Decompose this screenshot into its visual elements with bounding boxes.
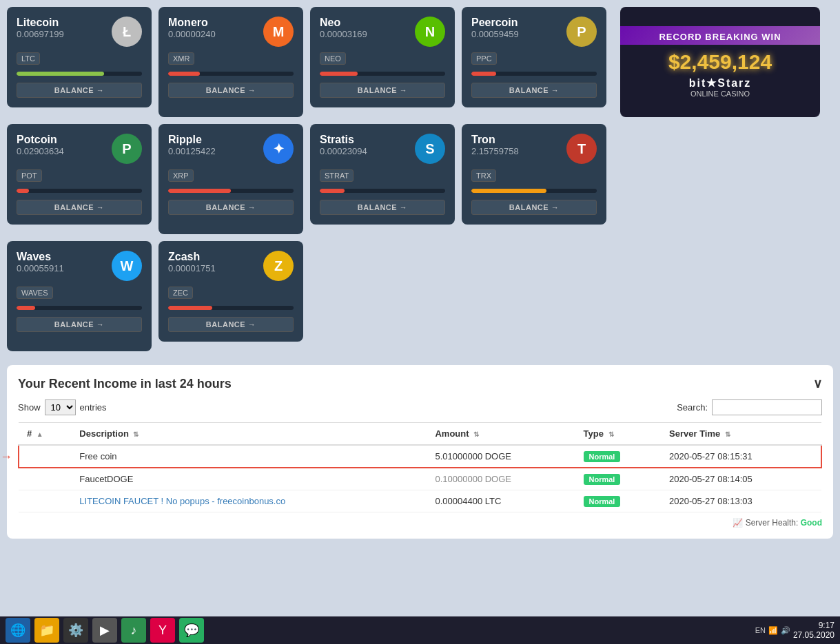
coin-header: Stratis 0.00023094 S (320, 134, 445, 164)
coin-header: Neo 0.00003169 N (320, 17, 445, 47)
ad-brand: bit★Starz (689, 76, 752, 90)
col-server-time[interactable]: Server Time ⇅ (661, 423, 821, 446)
row-time: 2020-05-27 08:13:03 (661, 490, 821, 512)
strat-icon: S (415, 134, 445, 164)
coin-amount: 2.15759758 (471, 146, 519, 156)
table-row: LITECOIN FAUCET ! No popups - freecoinbo… (19, 490, 821, 512)
neo-balance-button[interactable]: BALANCE → (320, 83, 445, 98)
coin-header: Tron 2.15759758 T (471, 134, 597, 164)
strat-balance-button[interactable]: BALANCE → (320, 200, 445, 215)
zcash-card: Zcash 0.00001751 Z ZEC BALANCE → (158, 241, 303, 342)
trx-balance-button[interactable]: BALANCE → (471, 200, 597, 215)
col-amount[interactable]: Amount ⇅ (427, 423, 575, 446)
server-health-status: Good (801, 518, 822, 528)
waves-icon: W (112, 251, 142, 281)
taskbar-volume-icon: 🔊 (781, 626, 790, 635)
ppc-balance-button[interactable]: BALANCE → (471, 83, 597, 98)
entries-label: entries (80, 402, 107, 413)
xmr-progress-wrap (168, 72, 294, 76)
coin-header: Potcoin 0.02903634 P (17, 134, 142, 164)
taskbar-chat-icon[interactable]: 💬 (179, 618, 204, 643)
ltc-balance-button[interactable]: BALANCE → (17, 83, 142, 98)
server-health-label: Server Health: (746, 518, 799, 528)
zec-progress-bar (168, 306, 212, 310)
coin-header: Waves 0.00055911 W (17, 251, 142, 281)
ad-top-text: RECORD BREAKING WIN (620, 26, 820, 45)
income-table-section: Your Recent Income in last 24 hours ∨ Sh… (7, 365, 833, 539)
waves-balance-button[interactable]: BALANCE → (17, 317, 142, 332)
lang-label: EN (755, 626, 766, 634)
col-description[interactable]: Description ⇅ (71, 423, 427, 446)
taskbar-browser-icon[interactable]: Y (150, 618, 175, 643)
xmr-progress-bar (168, 72, 200, 76)
coin-header: Monero 0.00000240 M (168, 17, 294, 47)
sort-type-icon: ⇅ (608, 430, 614, 438)
taskbar-settings-icon[interactable]: ⚙️ (63, 618, 88, 643)
coin-amount: 0.00059459 (471, 29, 519, 39)
coin-name: Litecoin (17, 17, 64, 29)
coin-amount: 0.00697199 (17, 29, 64, 39)
table-row: → Free coin 5.01000000 DOGE Normal 2020-… (19, 445, 821, 468)
table-row: FaucetDOGE 0.10000000 DOGE Normal 2020-0… (19, 468, 821, 490)
trx-progress-bar (471, 189, 546, 193)
neo-card: Neo 0.00003169 N NEO BALANCE → (310, 7, 455, 107)
table-title-row: Your Recent Income in last 24 hours ∨ (18, 376, 822, 391)
xmr-badge: XMR (168, 52, 194, 65)
row-amount: 0.00004400 LTC (427, 490, 575, 512)
waves-progress-bar (17, 306, 35, 310)
coin-amount: 0.00003169 (320, 29, 367, 39)
table-header: # ▲ Description ⇅ Amount ⇅ Type ⇅ Server… (19, 423, 821, 446)
coin-amount: 0.00023094 (320, 146, 367, 156)
pot-progress-bar (17, 189, 29, 193)
coin-name: Zcash (168, 251, 216, 263)
coin-amount: 0.00000240 (168, 29, 216, 39)
coin-amount: 0.02903634 (17, 146, 64, 156)
row-index: → (19, 445, 71, 468)
coin-amount: 0.00055911 (17, 263, 64, 273)
pot-icon: P (112, 134, 142, 164)
sort-time-icon: ⇅ (725, 430, 730, 438)
zec-progress-wrap (168, 306, 294, 310)
zec-icon: Z (263, 251, 294, 281)
row-type: Normal (575, 468, 662, 490)
search-box: Search: (677, 399, 822, 415)
strat-progress-wrap (320, 189, 445, 193)
row-index (19, 468, 71, 490)
ppc-progress-wrap (471, 72, 597, 76)
show-entries-control: Show 10 25 50 entries (18, 399, 107, 415)
row-arrow-indicator: → (0, 449, 12, 464)
search-input[interactable] (712, 399, 822, 415)
col-hash[interactable]: # ▲ (19, 423, 71, 446)
ltc-progress-bar (17, 72, 104, 76)
col-type[interactable]: Type ⇅ (575, 423, 662, 446)
neo-progress-bar (320, 72, 358, 76)
coin-row-1: Litecoin 0.00697199 Ł LTC BALANCE → Mone… (7, 7, 833, 117)
row-description[interactable]: LITECOIN FAUCET ! No popups - freecoinbo… (71, 490, 427, 512)
neo-badge: NEO (320, 52, 346, 65)
row-description: Free coin (71, 445, 427, 468)
row-index (19, 490, 71, 512)
trx-progress-wrap (471, 189, 597, 193)
pot-progress-wrap (17, 189, 142, 193)
chevron-down-icon[interactable]: ∨ (813, 376, 822, 391)
table-controls: Show 10 25 50 entries Search: (18, 399, 822, 415)
zec-balance-button[interactable]: BALANCE → (168, 317, 294, 332)
pot-balance-button[interactable]: BALANCE → (17, 200, 142, 215)
taskbar-media-icon[interactable]: ▶ (92, 618, 117, 643)
ppc-badge: PPC (471, 52, 497, 65)
taskbar-music-icon[interactable]: ♪ (121, 618, 146, 643)
row-type: Normal (575, 445, 662, 468)
taskbar-folder-icon[interactable]: 📁 (34, 618, 59, 643)
waves-card: Waves 0.00055911 W WAVES BALANCE → (7, 241, 152, 351)
taskbar-time-text: 9:17 (793, 621, 834, 630)
coin-row-2: Potcoin 0.02903634 P POT BALANCE → Rippl… (7, 124, 833, 234)
show-entries-select[interactable]: 10 25 50 (45, 399, 76, 415)
trx-icon: T (566, 134, 597, 164)
ad-banner[interactable]: RECORD BREAKING WIN $2,459,124 bit★Starz… (620, 7, 820, 117)
strat-progress-bar (320, 189, 345, 193)
xmr-balance-button[interactable]: BALANCE → (168, 83, 294, 98)
ppc-icon: P (566, 17, 597, 47)
taskbar-ie-icon[interactable]: 🌐 (6, 618, 30, 643)
coin-header: Ripple 0.00125422 ✦ (168, 134, 294, 164)
xrp-balance-button[interactable]: BALANCE → (168, 200, 294, 215)
